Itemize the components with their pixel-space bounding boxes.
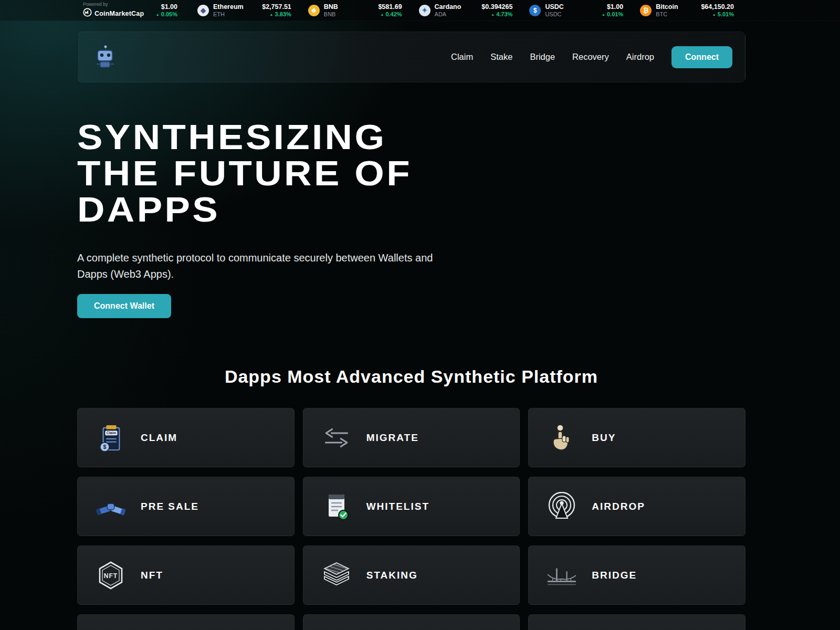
platform-card-partial[interactable] [303,614,520,630]
coin-price: $0.394265 [481,3,512,10]
presale-handshake-icon [96,491,126,522]
svg-text:$: $ [103,444,106,450]
platform-card-staking[interactable]: STAKING [303,545,520,605]
up-arrow-icon: ▲ [380,13,384,16]
coin-symbol: ADA [435,11,461,17]
coin-change: 0.42% [385,11,402,17]
bitcoin-icon: ₿ [640,5,652,16]
bnb-icon: ◆ [308,5,320,16]
platform-card-partial[interactable] [528,614,746,630]
coin-price: $64,150.20 [701,3,734,10]
coin-change: 3.83% [275,11,291,17]
crypto-ticker-bar: Powered by CoinMarketCap $1.00 ▲ 0.05% ◆… [0,0,840,21]
card-label: BUY [592,432,616,444]
platform-cards-grid: Claim $ CLAIM MIGRATE [77,408,746,630]
ticker-item-ethereum[interactable]: ◆ Ethereum ETH $2,757.51 ▲ 3.83% [189,0,300,20]
card-label: CLAIM [141,432,177,444]
svg-text:Claim: Claim [107,431,116,435]
ethereum-icon: ◆ [197,5,209,16]
hero-title-line-1: SYNTHESIZING [77,119,812,155]
coin-symbol: BTC [656,11,678,17]
coin-name: Cardano [435,3,461,10]
platform-card-partial[interactable] [77,614,295,630]
robot-dapp-logo-icon[interactable] [92,44,119,70]
hero-title-line-3: DAPPS [77,192,812,228]
platform-card-migrate[interactable]: MIGRATE [303,408,520,467]
coin-change: 0.01% [607,11,623,17]
card-label: STAKING [366,570,418,581]
up-arrow-icon: ▲ [712,13,716,16]
platform-card-whitelist[interactable]: WHITELIST [303,477,520,536]
ticker-item-cardano[interactable]: ✦ Cardano ADA $0.394265 ▲ 4.73% [411,0,521,20]
nav-link-bridge[interactable]: Bridge [530,52,555,62]
card-label: NFT [141,570,163,581]
platform-card-claim[interactable]: Claim $ CLAIM [77,408,295,467]
coin-symbol: USDC [545,11,563,17]
card-label: PRE SALE [141,501,199,512]
coin-change: 0.05% [161,11,177,17]
coin-symbol: BNB [324,11,338,17]
coin-name: USDC [545,3,563,10]
up-arrow-icon: ▲ [491,13,495,16]
card-label: WHITELIST [366,501,429,512]
platform-card-nft[interactable]: NFT NFT [77,545,295,605]
platform-card-airdrop[interactable]: AIRDROP [528,477,746,536]
coinmarketcap-icon [83,8,92,19]
airdrop-broadcast-icon [547,491,577,522]
powered-by-block[interactable]: Powered by CoinMarketCap [83,0,145,20]
whitelist-check-document-icon [321,491,352,522]
coin-change: 4.73% [496,11,512,17]
migrate-arrows-icon [321,423,352,453]
bridge-icon [547,560,577,591]
usdc-icon: $ [529,5,541,16]
coinmarketcap-brand: CoinMarketCap [94,10,144,17]
cardano-icon: ✦ [419,5,430,16]
up-arrow-icon: ▲ [270,13,274,16]
coin-name: BNB [324,3,338,10]
coin-name: Bitcoin [656,3,678,10]
nav-link-airdrop[interactable]: Airdrop [626,52,654,62]
powered-by-label: Powered by [83,2,145,7]
nav-link-claim[interactable]: Claim [451,52,473,62]
platform-card-buy[interactable]: BUY [528,408,746,467]
coin-name: Ethereum [213,3,244,10]
buy-click-hand-icon [547,423,577,453]
coin-price: $581.69 [378,3,402,10]
staking-layers-icon [321,560,352,591]
main-navbar: Claim Stake Bridge Recovery Airdrop Conn… [77,32,746,82]
card-label: MIGRATE [366,432,419,444]
coin-change: 5.01% [718,11,734,17]
up-arrow-icon: ▲ [156,13,160,16]
claim-invoice-icon: Claim $ [96,423,126,453]
hero-subtitle: A complete synthetic protocol to communi… [77,250,439,282]
nav-link-recovery[interactable]: Recovery [572,52,609,62]
nav-link-stake[interactable]: Stake [490,52,512,62]
card-label: BRIDGE [592,570,637,581]
platform-card-bridge[interactable]: BRIDGE [528,545,746,605]
hero-section: SYNTHESIZING THE FUTURE OF DAPPS A compl… [77,119,746,318]
connect-wallet-button[interactable]: Connect Wallet [77,294,171,318]
coin-price: $1.00 [156,3,177,10]
connect-button[interactable]: Connect [671,46,732,68]
coin-price: $1.00 [602,3,623,10]
up-arrow-icon: ▲ [602,13,605,16]
ticker-item-bnb[interactable]: ◆ BNB BNB $581.69 ▲ 0.42% [300,0,411,20]
coin-price: $2,757.51 [262,3,291,10]
ticker-item-bitcoin[interactable]: ₿ Bitcoin BTC $64,150.20 ▲ 5.01% [632,0,742,20]
ticker-item-usdt[interactable]: $1.00 ▲ 0.05% [145,0,189,20]
platform-card-presale[interactable]: PRE SALE [77,477,295,536]
nft-hexagon-icon: NFT [96,560,126,591]
card-label: AIRDROP [592,501,645,512]
coin-symbol: ETH [213,11,244,17]
platform-heading: Dapps Most Advanced Synthetic Platform [77,366,746,387]
hero-title-line-2: THE FUTURE OF [77,155,812,192]
svg-text:NFT: NFT [104,572,118,579]
ticker-item-usdc[interactable]: $ USDC USDC $1.00 ▲ 0.01% [521,0,632,20]
